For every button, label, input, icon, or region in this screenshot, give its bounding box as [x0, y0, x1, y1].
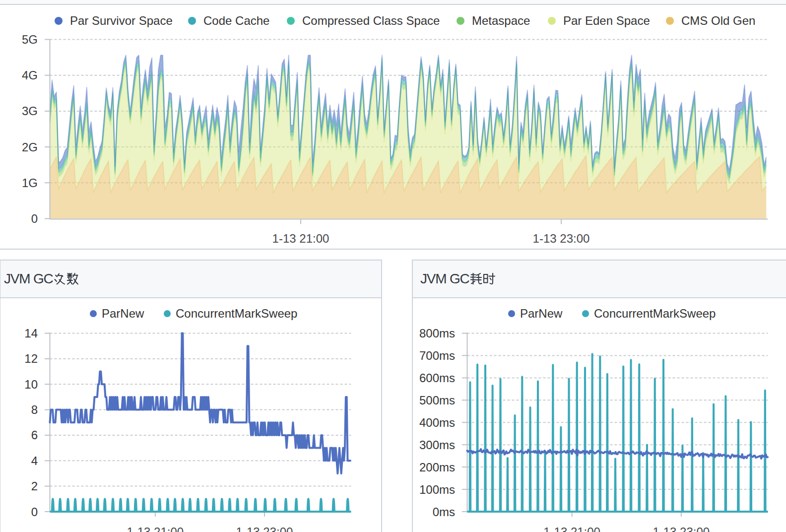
svg-text:200ms: 200ms [419, 461, 455, 474]
svg-text:800ms: 800ms [419, 327, 455, 340]
svg-text:14: 14 [24, 327, 38, 340]
svg-text:1-13 23:00: 1-13 23:00 [653, 525, 710, 532]
svg-text:700ms: 700ms [419, 349, 455, 362]
svg-text:1-13 21:00: 1-13 21:00 [543, 525, 600, 532]
svg-text:0: 0 [31, 505, 38, 519]
svg-text:300ms: 300ms [419, 438, 455, 452]
svg-text:0: 0 [31, 212, 38, 225]
svg-text:6: 6 [31, 428, 38, 442]
svg-text:5G: 5G [22, 33, 38, 46]
svg-text:2: 2 [31, 479, 38, 493]
svg-text:1-13 21:00: 1-13 21:00 [127, 525, 184, 532]
svg-text:1-13 21:00: 1-13 21:00 [272, 232, 329, 245]
svg-text:1-13 23:00: 1-13 23:00 [236, 525, 293, 532]
svg-text:1-13 23:00: 1-13 23:00 [533, 232, 590, 245]
svg-text:500ms: 500ms [419, 394, 455, 407]
svg-text:0ms: 0ms [433, 505, 455, 519]
svg-text:4: 4 [31, 454, 38, 467]
svg-text:100ms: 100ms [419, 483, 455, 496]
svg-text:3G: 3G [22, 104, 38, 118]
svg-text:600ms: 600ms [419, 371, 455, 385]
svg-text:12: 12 [24, 352, 38, 365]
svg-text:4G: 4G [22, 68, 38, 82]
svg-text:400ms: 400ms [419, 416, 455, 429]
svg-text:8: 8 [31, 403, 38, 416]
svg-text:1G: 1G [22, 176, 38, 190]
svg-text:2G: 2G [22, 140, 38, 154]
svg-text:10: 10 [24, 378, 38, 391]
